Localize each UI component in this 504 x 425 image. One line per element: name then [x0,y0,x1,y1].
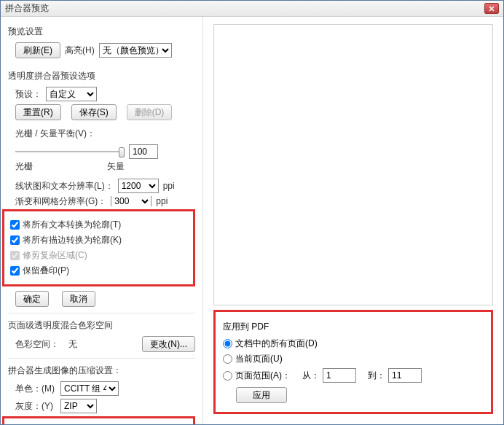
from-label: 从： [302,370,320,382]
save-button[interactable]: 保存(S) [71,104,117,120]
preset-label: 预设： [15,88,42,101]
mono-select[interactable]: CCITT 组 4 [60,381,119,396]
to-label: 到： [368,370,385,382]
balance-value-input[interactable] [129,144,158,159]
change-color-space-button[interactable]: 更改(N)... [142,336,195,352]
clip-complex-checkbox [10,251,20,260]
line-text-res-label: 线状图和文本分辨率(L)： [15,180,114,192]
color-space-label: 色彩空间： [15,339,59,349]
page-range-label: 页面范围(A)： [235,370,291,382]
highlighted-color-compress-region: 颜色：(O) JPEG 质量：(Q) 最高 [2,416,195,424]
refresh-button[interactable]: 刷新(E) [15,42,60,58]
apply-pdf-heading: 应用到 PDF [223,321,484,333]
right-panel: 应用到 PDF 文档中的所有页面(D) 当前页面(U) 页面范围(A)： 从： [203,17,503,424]
reset-button[interactable]: 重置(R) [15,104,61,120]
from-input[interactable] [323,368,356,383]
window: 拼合器预览 预览设置 刷新(E) 高亮(H) 无（颜色预览） 透明度拼合器预设选… [0,0,504,425]
close-button[interactable] [484,3,499,14]
axis-left-label: 光栅 [15,160,33,173]
flattener-heading: 透明度拼合器预设选项 [8,70,195,82]
balance-slider[interactable] [15,146,125,157]
preserve-overprint-label: 保留叠印(P) [23,265,69,277]
compress-heading: 拼合器生成图像的压缩设置： [8,364,195,377]
all-pages-radio[interactable] [223,339,232,348]
all-pages-label: 文档中的所有页面(D) [235,338,318,350]
ok-button[interactable]: 确定 [15,291,49,307]
highlight-label: 高亮(H) [65,44,95,57]
preserve-overprint-checkbox[interactable] [10,266,20,276]
titlebar: 拼合器预览 [1,1,503,17]
close-icon [489,6,495,12]
color-space-heading: 页面级透明度混合色彩空间 [8,319,195,332]
text-to-outline-checkbox[interactable] [10,220,20,230]
stroke-to-outline-label: 将所有描边转换为轮廓(K) [23,234,122,246]
axis-right-label: 矢量 [107,160,125,173]
highlighted-apply-pdf-region: 应用到 PDF 文档中的所有页面(D) 当前页面(U) 页面范围(A)： 从： [213,310,493,414]
cancel-button[interactable]: 取消 [62,291,95,307]
current-page-radio[interactable] [223,354,232,364]
highlight-select[interactable]: 无（颜色预览） [99,43,172,58]
ppi-unit-2: ppi [156,196,168,206]
preview-area [213,24,493,305]
page-range-radio[interactable] [223,371,232,381]
delete-button: 删除(D) [127,104,173,120]
current-page-label: 当前页面(U) [235,353,283,365]
preset-select[interactable]: 自定义 [46,87,97,101]
highlighted-convert-region: 将所有文本转换为轮廓(T) 将所有描边转换为轮廓(K) 修剪复杂区域(C) 保留… [2,209,195,286]
clip-complex-label: 修剪复杂区域(C) [23,249,87,262]
color-space-value: 无 [68,339,77,349]
preview-settings-heading: 预览设置 [8,26,195,38]
gray-label: 灰度：(Y) [15,400,56,413]
to-input[interactable] [388,368,422,383]
ppi-unit-1: ppi [163,181,175,191]
gray-select[interactable]: ZIP [60,399,97,413]
grad-mesh-res-label: 渐变和网格分辨率(G)： [15,196,106,206]
grad-mesh-res-select[interactable]: 300 [111,196,151,206]
text-to-outline-label: 将所有文本转换为轮廓(T) [23,219,121,231]
stroke-to-outline-checkbox[interactable] [10,235,20,245]
mono-label: 单色：(M) [15,383,56,395]
balance-label: 光栅 / 矢量平衡(V)： [15,128,195,140]
window-title: 拼合器预览 [5,2,49,15]
apply-button[interactable]: 应用 [236,387,287,403]
left-panel: 预览设置 刷新(E) 高亮(H) 无（颜色预览） 透明度拼合器预设选项 预设： … [1,17,203,424]
line-text-res-select[interactable]: 1200 [118,179,159,193]
